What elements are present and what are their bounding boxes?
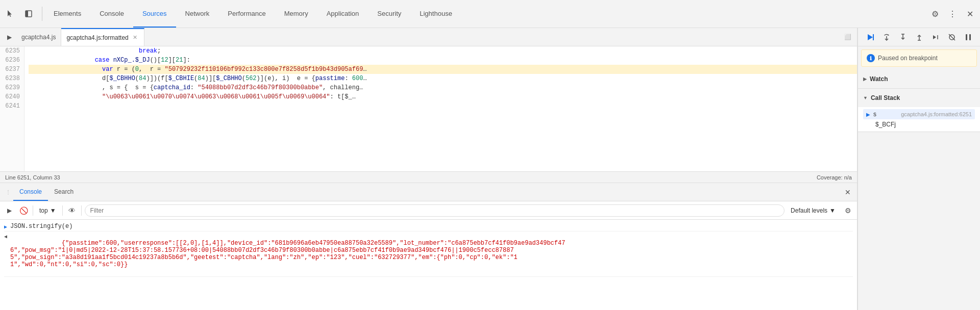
breakpoint-info: ℹ Paused on breakpoint	[861, 49, 977, 67]
code-line-6239: , s = { s = {captcha_id: "54088bb07d2df3…	[29, 83, 857, 92]
debug-step-btn[interactable]	[928, 30, 943, 44]
call-stack-entry-location-0: gcaptcha4.js:formatted:6251	[901, 111, 972, 117]
file-tab-label-formatted: gcaptcha4.js:formatted	[66, 34, 128, 41]
call-stack-label: Call Stack	[871, 94, 900, 101]
line-num-6238: 6238	[4, 74, 20, 83]
watch-header[interactable]: ▶ Watch	[858, 70, 980, 88]
breakpoint-icon: ℹ	[867, 54, 875, 62]
cursor-position: Line 6251, Column 33	[5, 174, 60, 180]
console-output[interactable]: ▶ JSON.stringify(e) ◀ {"passtime":600,"u…	[0, 220, 857, 310]
console-divider-2	[62, 205, 63, 216]
file-tab-gcaptcha4-formatted[interactable]: gcaptcha4.js:formatted ✕	[61, 28, 144, 46]
console-settings-btn[interactable]: ⚙	[842, 204, 854, 217]
console-entry-arrow: ▶	[4, 223, 7, 230]
more-btn[interactable]: ⋮	[945, 7, 960, 21]
svg-rect-1	[26, 11, 28, 17]
sources-panel-fullscreen-btn[interactable]: ⬜	[841, 30, 855, 44]
levels-label: Default levels	[791, 207, 827, 214]
console-entry-output: ◀ {"passtime":600,"userresponse":[[2,0],…	[4, 231, 853, 277]
watch-section: ▶ Watch	[858, 70, 980, 89]
context-dropdown-arrow: ▼	[50, 207, 56, 214]
svg-rect-12	[966, 34, 967, 40]
devtools-toolbar: Elements Console Sources Network Perform…	[0, 0, 980, 28]
console-divider-3	[81, 205, 82, 216]
right-panel: ℹ Paused on breakpoint ▶ Watch ▼ Call St…	[857, 28, 980, 310]
console-execute-btn[interactable]: ▶	[3, 204, 15, 217]
watch-label: Watch	[870, 75, 888, 83]
console-tab-search[interactable]: Search	[48, 183, 80, 201]
svg-line-10	[949, 34, 955, 40]
call-stack-section: ▼ Call Stack ▶ s gcaptcha4.js:formatted:…	[858, 89, 980, 132]
call-stack-header[interactable]: ▼ Call Stack	[858, 89, 980, 107]
console-close-btn[interactable]: ✕	[842, 186, 854, 198]
code-lines[interactable]: break; case nXCp_.$_DJ()[12][21]: var r …	[24, 46, 857, 171]
editor-section: 6235 6236 6237 6238 6239 6240 6241 break…	[0, 46, 857, 310]
tab-lighthouse[interactable]: Lighthouse	[410, 0, 461, 28]
code-line-6236: case nXCp_.$_DJ()[12][21]:	[29, 56, 857, 65]
console-context-selector[interactable]: top ▼	[36, 206, 59, 215]
search-tab-label: Search	[54, 188, 74, 195]
tab-performance[interactable]: Performance	[218, 0, 275, 28]
console-entry-input: ▶ JSON.stringify(e)	[4, 222, 853, 231]
tab-console[interactable]: Console	[90, 0, 133, 28]
file-tab-label: gcaptcha4.js	[21, 34, 56, 41]
console-drag-handle: ⋮	[3, 189, 13, 195]
console-filter-input[interactable]	[85, 204, 785, 217]
call-stack-entry-0[interactable]: ▶ s gcaptcha4.js:formatted:6251	[863, 109, 975, 119]
file-tabs-bar: ▶ gcaptcha4.js gcaptcha4.js:formatted ✕ …	[0, 28, 857, 46]
line-num-6241: 6241	[4, 101, 20, 111]
svg-marker-2	[868, 34, 873, 40]
call-stack-entry-arrow-icon: ▶	[866, 112, 870, 117]
toolbar-right: ⚙ ⋮ ✕	[924, 7, 977, 21]
console-clear-btn[interactable]: 🚫	[17, 204, 30, 217]
source-code-area: 6235 6236 6237 6238 6239 6240 6241 break…	[0, 46, 857, 183]
code-line-6237: var r = (0, r = "507929232f110106bf992c1…	[29, 65, 857, 74]
levels-dropdown-arrow: ▼	[829, 207, 836, 214]
cursor-icon-btn[interactable]	[3, 7, 17, 21]
settings-btn[interactable]: ⚙	[928, 7, 942, 21]
code-line-6240: "\u0063\u0061\u0070\u0074\u0063\u0068\u0…	[29, 92, 857, 101]
call-stack-entry-name-0: s	[873, 111, 876, 118]
tab-application[interactable]: Application	[317, 0, 369, 28]
close-btn[interactable]: ✕	[963, 7, 977, 21]
console-tab-console[interactable]: Console	[13, 183, 48, 201]
debug-step-over-btn[interactable]	[879, 30, 894, 44]
line-num-6240: 6240	[4, 92, 20, 101]
call-stack-entry-name-1: $_BCFj	[866, 121, 896, 128]
debug-step-into-btn[interactable]	[896, 30, 910, 44]
tab-security[interactable]: Security	[368, 0, 410, 28]
line-num-6239: 6239	[4, 83, 20, 92]
code-line-6238: d[$_CBHHO(84)])(f[$_CBHIE(84)][$_CBHHO(5…	[29, 74, 857, 83]
debug-resume-btn[interactable]	[863, 30, 877, 44]
main-content: ▶ gcaptcha4.js gcaptcha4.js:formatted ✕ …	[0, 28, 980, 310]
console-context-label: top	[39, 207, 48, 214]
levels-selector[interactable]: Default levels ▼	[787, 206, 840, 215]
line-num-6237: 6237	[4, 65, 20, 74]
tab-network[interactable]: Network	[176, 0, 219, 28]
tab-elements[interactable]: Elements	[44, 0, 90, 28]
console-tabs-bar: ⋮ Console Search ✕	[0, 183, 857, 201]
svg-rect-3	[873, 34, 874, 40]
call-stack-entry-1[interactable]: $_BCFj	[863, 119, 975, 130]
debug-deactivate-btn[interactable]	[945, 30, 959, 44]
watch-arrow-icon: ▶	[863, 76, 867, 82]
call-stack-content: ▶ s gcaptcha4.js:formatted:6251 $_BCFj	[858, 107, 980, 132]
tab-sources[interactable]: Sources	[133, 0, 176, 28]
file-tab-close-btn[interactable]: ✕	[132, 34, 139, 41]
debug-step-out-btn[interactable]	[912, 30, 926, 44]
console-tab-label: Console	[19, 188, 42, 195]
coverage-status: Coverage: n/a	[817, 174, 852, 180]
code-container: 6235 6236 6237 6238 6239 6240 6241 break…	[0, 46, 857, 171]
tab-memory[interactable]: Memory	[275, 0, 317, 28]
svg-rect-13	[969, 34, 971, 40]
call-stack-arrow-icon: ▼	[863, 95, 868, 100]
sidebar-toggle-btn[interactable]: ▶	[2, 30, 16, 44]
console-toolbar: ▶ 🚫 top ▼ 👁 Default levels ▼ ⚙	[0, 201, 857, 220]
breakpoint-message: Paused on breakpoint	[878, 55, 938, 62]
console-eye-btn[interactable]: 👁	[66, 204, 78, 217]
nav-tabs: Elements Console Sources Network Perform…	[44, 0, 924, 28]
file-tab-gcaptcha4[interactable]: gcaptcha4.js	[16, 28, 61, 46]
line-num-6235: 6235	[4, 46, 20, 56]
dock-icon-btn[interactable]	[21, 7, 36, 21]
debug-pause-exceptions-btn[interactable]	[961, 30, 975, 44]
